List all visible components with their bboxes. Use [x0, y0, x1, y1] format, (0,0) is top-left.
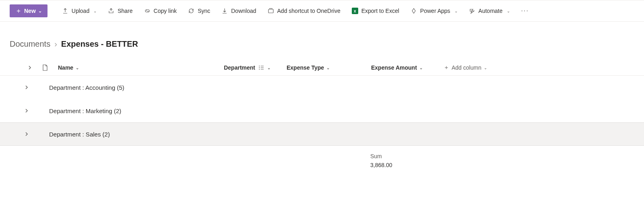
group-label: Department : Accounting (5) [37, 84, 124, 91]
download-label: Download [231, 8, 256, 14]
expense-type-column-label: Expense Type [287, 64, 324, 71]
group-row[interactable]: Department : Sales (2) [0, 122, 644, 146]
expense-type-column-header[interactable]: Expense Type ⌄ [270, 64, 351, 71]
group-expand-toggle[interactable] [0, 85, 37, 90]
totals-label: Sum [370, 153, 644, 159]
list-header: Name ⌄ Department ⌄ Expense Type ⌄ Expen… [0, 60, 644, 76]
chevron-down-icon: ⌄ [484, 66, 487, 70]
more-actions-button[interactable]: ··· [519, 6, 531, 16]
chevron-down-icon: ⌄ [93, 9, 97, 13]
chevron-down-icon: ⌄ [38, 8, 42, 14]
chevron-right-icon [24, 108, 29, 113]
copy-link-button[interactable]: Copy link [142, 6, 180, 16]
group-expand-toggle[interactable] [0, 132, 37, 136]
chevron-right-icon [24, 132, 29, 136]
automate-label: Automate [479, 8, 503, 14]
new-button[interactable]: ＋ New ⌄ [10, 4, 47, 17]
share-label: Share [118, 8, 132, 14]
chevron-down-icon: ⌄ [267, 66, 270, 70]
totals-value: 3,868.00 [370, 162, 644, 168]
new-button-label: New [24, 8, 36, 14]
link-icon [144, 8, 151, 14]
breadcrumb-current: Expenses - BETTER [61, 39, 138, 49]
plus-icon: ＋ [444, 64, 449, 71]
group-label: Department : Marketing (2) [37, 107, 121, 114]
download-icon [221, 8, 228, 14]
department-column-label: Department [224, 64, 255, 71]
svg-rect-0 [268, 9, 273, 13]
upload-label: Upload [72, 8, 89, 14]
power-apps-icon [411, 8, 417, 14]
share-icon [108, 8, 114, 14]
upload-button[interactable]: Upload ⌄ [60, 6, 99, 16]
expense-amount-column-label: Expense Amount [371, 64, 417, 71]
excel-icon: x [352, 8, 358, 14]
chevron-right-icon [24, 85, 29, 90]
sync-label: Sync [198, 8, 210, 14]
chevron-right-icon [27, 65, 32, 70]
export-excel-button[interactable]: x Export to Excel [349, 6, 402, 16]
group-by-icon [258, 65, 264, 70]
plus-icon: ＋ [15, 8, 22, 14]
chevron-down-icon: ⌄ [326, 66, 330, 70]
upload-icon [62, 8, 68, 14]
expense-amount-column-header[interactable]: Expense Amount ⌄ [351, 64, 431, 71]
add-column-label: Add column [452, 64, 481, 71]
power-apps-label: Power Apps [420, 8, 450, 14]
add-shortcut-button[interactable]: Add shortcut to OneDrive [265, 6, 343, 16]
department-column-header[interactable]: Department ⌄ [202, 64, 270, 71]
chevron-right-icon: › [54, 39, 57, 49]
totals-row: Sum 3,868.00 [370, 146, 644, 168]
add-shortcut-label: Add shortcut to OneDrive [277, 8, 341, 14]
automate-icon [469, 8, 475, 14]
copy-link-label: Copy link [154, 8, 177, 14]
sync-icon [188, 8, 194, 14]
chevron-down-icon: ⌄ [454, 9, 458, 13]
power-apps-button[interactable]: Power Apps ⌄ [408, 6, 460, 16]
add-column-button[interactable]: ＋ Add column ⌄ [431, 64, 512, 71]
name-column-label: Name [58, 64, 73, 71]
group-expand-toggle[interactable] [0, 108, 37, 113]
breadcrumb: Documents › Expenses - BETTER [0, 22, 644, 60]
export-excel-label: Export to Excel [361, 8, 399, 14]
chevron-down-icon: ⌄ [76, 66, 79, 70]
download-button[interactable]: Download [219, 6, 258, 16]
command-bar: ＋ New ⌄ Upload ⌄ Share Copy link Sync Do… [0, 0, 644, 22]
file-icon [42, 64, 48, 71]
file-type-column[interactable] [37, 64, 53, 71]
automate-button[interactable]: Automate ⌄ [466, 6, 512, 16]
share-button[interactable]: Share [105, 6, 135, 16]
group-row[interactable]: Department : Marketing (2) [0, 99, 644, 122]
group-label: Department : Sales (2) [37, 131, 110, 138]
onedrive-shortcut-icon [268, 8, 274, 14]
chevron-down-icon: ⌄ [419, 66, 423, 70]
sync-button[interactable]: Sync [186, 6, 213, 16]
expand-all-toggle[interactable] [0, 65, 37, 70]
breadcrumb-root[interactable]: Documents [10, 39, 50, 49]
name-column-header[interactable]: Name ⌄ [53, 64, 202, 71]
chevron-down-icon: ⌄ [507, 9, 510, 13]
group-row[interactable]: Department : Accounting (5) [0, 76, 644, 99]
